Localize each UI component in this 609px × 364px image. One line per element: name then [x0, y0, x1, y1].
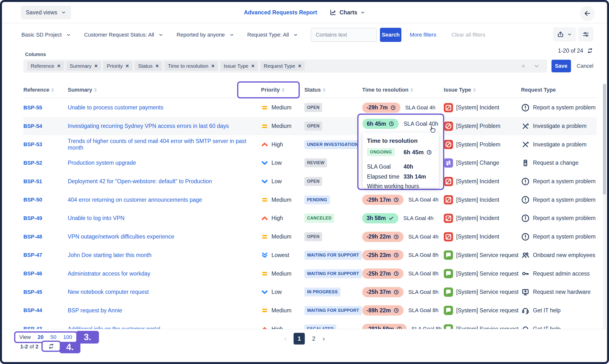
vertical-scrollbar-track[interactable]: [603, 83, 606, 329]
table-row[interactable]: BSP-54 Investigating recurring Sydney VP…: [23, 117, 596, 135]
clear-columns-icon[interactable]: ×: [521, 62, 525, 70]
issue-summary-link[interactable]: Deployment 42 for "Open-webstore: defaul…: [68, 178, 261, 185]
table-row[interactable]: BSP-55 Unable to process customer paymen…: [23, 98, 596, 117]
status-badge: ESCALATED: [304, 325, 336, 329]
chevron-down-icon[interactable]: [533, 63, 540, 69]
table-row[interactable]: BSP-44 BSP request by Annie Medium WAITI…: [23, 301, 596, 320]
column-chip[interactable]: Status×: [135, 61, 162, 71]
column-header-time-to-resolution[interactable]: Time to resolution: [362, 87, 444, 93]
remove-column-icon[interactable]: ×: [211, 63, 214, 69]
page-size-50[interactable]: 50: [51, 334, 56, 340]
request-type-value: Request Type: All: [247, 32, 289, 38]
next-page-button[interactable]: ›: [323, 335, 325, 343]
columns-chips-bar[interactable]: Reference×Summary×Priority×Status×Time t…: [23, 59, 547, 73]
sla-pill-value: -89h 22m: [366, 307, 391, 314]
request-type-select[interactable]: Request Type: All: [247, 32, 298, 38]
column-chip[interactable]: Summary×: [66, 61, 101, 71]
issue-summary-link[interactable]: Trends of higher counts of send mail 404…: [68, 138, 261, 151]
more-filters-link[interactable]: More filters: [410, 32, 436, 38]
table-row[interactable]: BSP-45 New notebook computer request Low…: [23, 283, 596, 301]
issue-key-link[interactable]: BSP-45: [23, 289, 68, 295]
page-1-button[interactable]: 1: [294, 333, 305, 345]
project-select[interactable]: Basic SD Project: [21, 32, 71, 38]
table-row[interactable]: BSP-46 Administrator access for workday …: [23, 264, 596, 283]
request-status-select[interactable]: Customer Request Status: All: [84, 32, 163, 38]
column-header-reference[interactable]: Reference: [23, 87, 68, 93]
remove-column-icon[interactable]: ×: [126, 63, 129, 69]
clear-all-filters-link[interactable]: Clear all filters: [451, 32, 485, 38]
table-row[interactable]: BSP-51 Deployment 42 for "Open-webstore:…: [23, 172, 596, 191]
issue-summary-link[interactable]: Additional info on the customer portal: [68, 326, 261, 329]
issue-summary-link[interactable]: New notebook computer request: [68, 289, 261, 295]
search-button[interactable]: Search: [380, 28, 401, 42]
column-chip[interactable]: Issue Type×: [220, 61, 258, 71]
issue-summary-link[interactable]: Production system upgrade: [68, 160, 261, 166]
pagination: ‹ 1 2 ›: [284, 333, 325, 345]
issue-key-link[interactable]: BSP-48: [23, 234, 68, 240]
vertical-scrollbar-thumb[interactable]: [603, 84, 606, 195]
column-header-status[interactable]: Status: [304, 87, 362, 93]
table-row[interactable]: BSP-43 Additional info on the customer p…: [23, 320, 596, 329]
issue-key-link[interactable]: BSP-53: [23, 141, 68, 148]
contains-text-input[interactable]: [311, 28, 377, 42]
table-row[interactable]: BSP-50 404 error returning on customer a…: [23, 191, 596, 209]
table-row[interactable]: BSP-47 John Doe starting later this mont…: [23, 246, 596, 265]
issue-summary-link[interactable]: Unable to log into VPN: [68, 215, 261, 221]
remove-column-icon[interactable]: ×: [57, 63, 60, 69]
advanced-requests-report-link[interactable]: Advanced Requests Report: [244, 9, 317, 16]
remove-column-icon[interactable]: ×: [95, 63, 98, 69]
page-size-20[interactable]: 20: [38, 334, 43, 340]
column-header-priority[interactable]: Priority: [261, 87, 304, 93]
export-button[interactable]: [553, 27, 576, 41]
save-columns-button[interactable]: Save: [552, 60, 571, 72]
refresh-views-button[interactable]: [41, 341, 61, 352]
issue-summary-link[interactable]: Investigating recurring Sydney VPN acces…: [68, 123, 261, 129]
issue-summary-link[interactable]: BSP request by Annie: [68, 307, 261, 314]
column-chip[interactable]: Request Type×: [260, 61, 305, 71]
issue-summary-link[interactable]: John Doe starting later this month: [68, 252, 261, 259]
table-row[interactable]: BSP-48 VPN outage/network difficulties e…: [23, 228, 596, 246]
issue-key-link[interactable]: BSP-49: [23, 215, 68, 221]
clock-icon: [393, 252, 399, 258]
issue-key-link[interactable]: BSP-55: [23, 104, 68, 111]
table-row[interactable]: BSP-52 Production system upgrade Low REV…: [23, 154, 596, 172]
issue-summary-link[interactable]: 404 error returning on customer announce…: [68, 197, 261, 203]
prev-page-button[interactable]: ‹: [284, 335, 286, 343]
issue-summary-link[interactable]: Unable to process customer payments: [68, 104, 261, 111]
column-chip[interactable]: Time to resolution×: [165, 61, 218, 71]
remove-column-icon[interactable]: ×: [155, 63, 159, 69]
saved-views-button[interactable]: Saved views: [21, 6, 71, 19]
reporter-select[interactable]: Reported by anyone: [176, 32, 234, 38]
column-chip[interactable]: Priority×: [103, 61, 132, 71]
issue-key-link[interactable]: BSP-47: [23, 252, 68, 258]
column-chip[interactable]: Reference×: [27, 61, 64, 71]
issue-key-link[interactable]: BSP-50: [23, 197, 68, 203]
column-header-issue-type[interactable]: Issue Type: [444, 87, 521, 93]
page-2-button[interactable]: 2: [312, 335, 315, 342]
issue-key-link[interactable]: BSP-44: [23, 307, 68, 313]
back-button[interactable]: [580, 6, 595, 21]
priority-cell: Medium: [261, 123, 304, 130]
issue-key-link[interactable]: BSP-51: [23, 178, 68, 185]
cursor-hand-icon: [428, 125, 436, 134]
issue-key-link[interactable]: BSP-52: [23, 160, 68, 166]
issue-key-link[interactable]: BSP-43: [23, 326, 68, 329]
issue-key-link[interactable]: BSP-54: [23, 123, 68, 129]
refresh-icon[interactable]: [587, 47, 593, 54]
page-size-100[interactable]: 100: [63, 334, 72, 340]
cancel-columns-button[interactable]: Cancel: [577, 63, 593, 69]
issue-summary-link[interactable]: Administrator access for workday: [68, 271, 261, 277]
remove-column-icon[interactable]: ×: [251, 63, 254, 69]
issue-summary-link[interactable]: VPN outage/network difficulties experien…: [68, 234, 261, 240]
issue-key-link[interactable]: BSP-46: [23, 271, 68, 277]
table-row[interactable]: BSP-53 Trends of higher counts of send m…: [23, 135, 596, 154]
settings-button[interactable]: [578, 27, 593, 41]
count-total: 2: [35, 344, 38, 350]
sla-pill-value: -281h 59m: [366, 326, 394, 329]
column-header-summary[interactable]: Summary: [68, 87, 261, 93]
remove-column-icon[interactable]: ×: [298, 63, 301, 69]
request-type-cell: Report a system problem: [521, 177, 596, 186]
charts-button[interactable]: Charts: [329, 9, 365, 16]
issue-type-cell: [System] Change: [444, 158, 521, 168]
table-row[interactable]: BSP-49 Unable to log into VPN High CANCE…: [23, 209, 596, 228]
